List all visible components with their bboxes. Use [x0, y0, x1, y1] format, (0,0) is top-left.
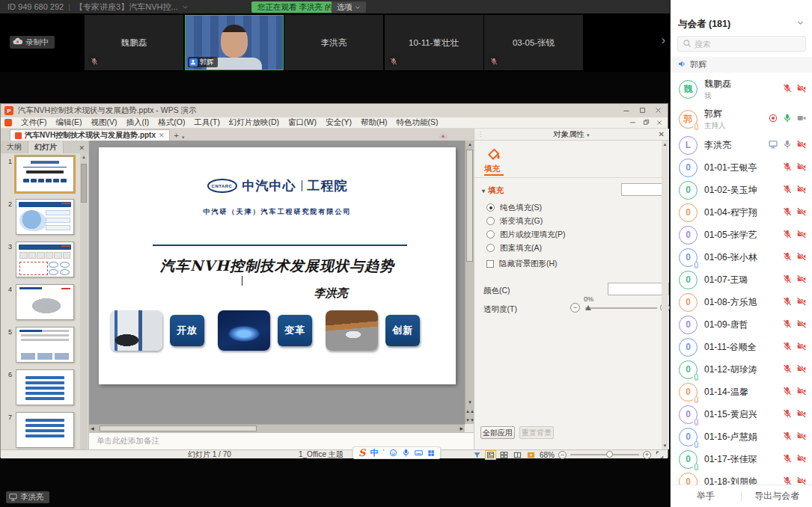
menu-帮助[interactable]: 帮助(H) [356, 117, 392, 128]
participant-row[interactable]: 001-07-王璐 [671, 268, 812, 291]
chevron-down-icon[interactable] [796, 19, 805, 29]
sogou-logo-icon[interactable]: S [358, 447, 365, 458]
radio-button[interactable] [486, 217, 495, 225]
slide-thumbnail[interactable] [16, 242, 74, 277]
next-videos-arrow[interactable]: › [662, 33, 665, 48]
reading-view-button[interactable] [513, 451, 522, 459]
slide-title-text[interactable]: 汽车NVH控制技术发展现状与趋势 [99, 256, 456, 276]
participant-row[interactable]: 001-04-程宇翔 [671, 201, 812, 224]
sidebar-close-icon[interactable]: ✕ [79, 144, 88, 153]
participant-row[interactable]: 001-09-唐哲 [671, 313, 812, 336]
maximize-icon[interactable] [639, 107, 646, 114]
raise-hand-button[interactable]: 举手 [671, 490, 741, 503]
tab-outline[interactable]: 大纲 [1, 141, 28, 153]
scrollbar-thumb[interactable] [81, 164, 87, 203]
slide-image[interactable] [110, 310, 162, 351]
slide-button-变革[interactable]: 变革 [278, 315, 312, 346]
fill-option[interactable]: 渐变填充(G) [486, 217, 566, 225]
slide-thumbnail[interactable] [16, 199, 74, 235]
keyboard-icon[interactable] [415, 449, 423, 457]
menu-工具[interactable]: 工具(T) [190, 117, 225, 128]
participant-row[interactable]: 001-18-刘朋帅 [671, 470, 812, 485]
participant-search[interactable] [677, 36, 806, 52]
color-dropdown[interactable]: ▾ [608, 283, 669, 295]
radio-button[interactable] [486, 244, 495, 252]
new-tab-button[interactable]: + [174, 130, 179, 141]
ime-punctuation-icon[interactable]: ’ [382, 449, 384, 457]
fill-option[interactable]: 纯色填充(S) [486, 203, 566, 212]
tab-list-caret[interactable]: ▾ [182, 135, 185, 141]
menu-幻灯片放映[interactable]: 幻灯片放映(D) [225, 117, 284, 128]
fill-option[interactable]: 图案填充(A) [486, 244, 566, 252]
participant-row[interactable]: 郭郭辉主持人 [671, 104, 812, 134]
radio-button[interactable] [486, 203, 495, 212]
horizontal-scrollbar[interactable]: ◀ ▶ [89, 424, 465, 432]
video-tile[interactable]: 郭辉 [185, 15, 284, 70]
menu-编辑[interactable]: 编辑(E) [51, 117, 86, 128]
zoom-out-button[interactable]: − [558, 451, 567, 459]
minimize-icon[interactable] [623, 107, 630, 114]
ime-mode-toggle[interactable]: 中 [370, 447, 378, 458]
video-tile[interactable]: 10-11-董壮壮 [385, 15, 483, 70]
document-minimize-icon[interactable] [629, 118, 636, 127]
scroll-up-arrow[interactable]: ▲ [662, 142, 668, 147]
chevron-down-icon[interactable] [182, 4, 189, 10]
panel-close-icon[interactable]: ✕ [659, 130, 669, 138]
voice-input-icon[interactable] [402, 449, 410, 457]
participant-row[interactable]: 001-02-吴玉坤 [671, 179, 812, 201]
fill-tab[interactable]: 填充 [484, 164, 500, 174]
apply-all-button[interactable]: 全部应用 [480, 426, 515, 439]
fill-section-header[interactable]: ▾填充 [482, 185, 504, 196]
transparency-decrease-button[interactable]: − [570, 303, 580, 313]
watch-options-button[interactable]: 选项 [332, 1, 366, 13]
filter-icon[interactable] [472, 451, 482, 459]
zoom-in-button[interactable]: + [643, 451, 651, 459]
tab-slides[interactable]: 幻灯片 [28, 141, 64, 153]
participant-row[interactable]: L李洪亮 [671, 134, 812, 156]
menu-安全[interactable]: 安全(Y) [321, 117, 356, 128]
zoom-slider-thumb[interactable] [606, 451, 613, 458]
slide-thumbnail[interactable] [16, 369, 74, 405]
slide-thumbnail[interactable] [16, 412, 74, 448]
document-close-icon[interactable] [656, 118, 662, 127]
panel-drag-handle[interactable]: ⋮ [477, 131, 484, 138]
participant-row[interactable]: 001-06-张小林 [671, 246, 812, 268]
fit-slide-button[interactable] [655, 451, 665, 459]
slide-button-创新[interactable]: 创新 [385, 315, 420, 346]
hide-background-checkbox[interactable]: 隐藏背景图形(H) [486, 259, 558, 269]
fill-option[interactable]: 图片或纹理填充(P) [486, 230, 566, 239]
video-tile[interactable]: 李洪亮 [284, 15, 383, 70]
scrollbar-thumb[interactable] [100, 425, 257, 431]
menu-窗口[interactable]: 窗口(W) [284, 117, 321, 128]
slide-author-text[interactable]: 李洪亮 [286, 286, 376, 301]
document-tab[interactable]: 汽车NVH控制技术现状与发展趋势.pptx ✕ [10, 129, 170, 141]
close-icon[interactable] [655, 107, 662, 114]
scroll-down-arrow[interactable]: ▼ [662, 443, 668, 448]
participant-row[interactable]: 001-08-方乐旭 [671, 291, 812, 313]
emoji-icon[interactable] [389, 449, 397, 457]
participant-row[interactable]: 001-12-胡珍涛 [671, 358, 812, 381]
menu-文件[interactable]: 文件(F) [16, 117, 51, 128]
slide-button-开放[interactable]: 开放 [170, 315, 204, 346]
scrollbar-thumb[interactable] [466, 150, 473, 262]
vertical-scrollbar[interactable]: ▲ ▼ ▲▲ ▼▼ [465, 141, 474, 424]
scroll-up-arrow[interactable]: ▲ [80, 155, 88, 159]
checkbox[interactable] [486, 260, 494, 268]
slide-image[interactable] [326, 310, 378, 351]
normal-view-button[interactable] [486, 451, 495, 459]
fill-color-swatch[interactable] [621, 183, 666, 196]
menu-插入[interactable]: 插入(I) [121, 117, 153, 128]
slide[interactable]: CNTARC 中汽中心 工程院 中汽研（天津）汽车工程研究院有限公司 汽车NVH… [99, 147, 456, 384]
menu-特色功能[interactable]: 特色功能(S) [392, 117, 443, 128]
participant-row[interactable]: 001-05-张学艺 [671, 224, 812, 246]
menu-格式[interactable]: 格式(O) [153, 117, 189, 128]
participant-row[interactable]: 001-01-王银亭 [671, 156, 812, 179]
slide-thumbnail[interactable] [16, 284, 74, 320]
participant-row[interactable]: 001-14-温馨 [671, 381, 812, 403]
zoom-slider-track[interactable] [570, 454, 639, 455]
panel-scrollbar[interactable]: ▲ ▼ [662, 141, 668, 449]
thumbnail-scrollbar[interactable]: ▲ [80, 153, 88, 449]
slideshow-button[interactable] [526, 451, 536, 459]
slide-thumbnail[interactable] [16, 156, 74, 192]
video-tile[interactable]: 03-05-张锐 [484, 15, 583, 70]
